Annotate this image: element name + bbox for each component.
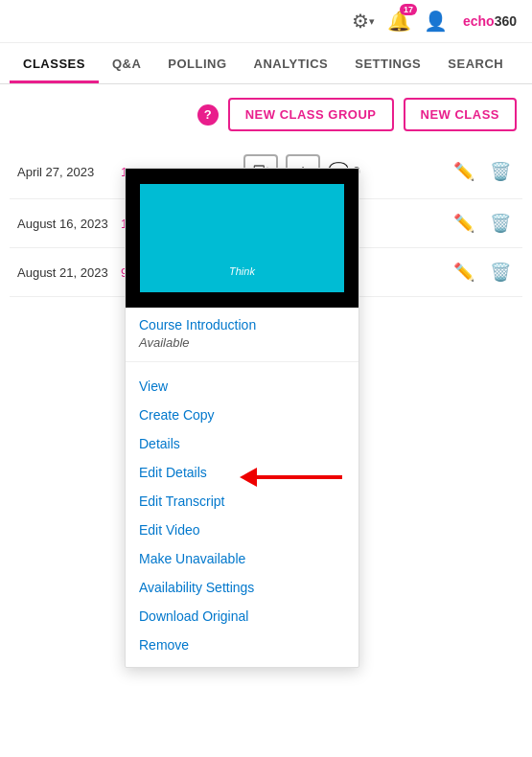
menu-item-remove[interactable]: Remove xyxy=(126,631,359,659)
menu-item-create-copy[interactable]: Create Copy xyxy=(126,401,359,429)
tab-search[interactable]: SEARCH xyxy=(434,43,517,83)
video-status: Available xyxy=(139,335,345,350)
video-info: Course Introduction Available xyxy=(126,308,359,354)
class-date: April 27, 2023 xyxy=(17,165,113,179)
delete-button[interactable]: 🗑️ xyxy=(486,157,515,186)
main-nav: CLASSES Q&A POLLING ANALYTICS SETTINGS S… xyxy=(0,43,532,84)
menu-item-details[interactable]: Details xyxy=(126,429,359,458)
edit-button[interactable]: ✏️ xyxy=(450,258,478,287)
menu-items-list: View Create Copy Details Edit Details Ed… xyxy=(126,370,359,667)
settings-icon[interactable]: ⚙ ▾ xyxy=(350,8,377,34)
delete-button[interactable]: 🗑️ xyxy=(486,209,515,238)
app-logo: echo360 xyxy=(463,13,517,29)
context-menu: Think Course Introduction Available View… xyxy=(125,168,359,668)
menu-item-view[interactable]: View xyxy=(126,372,359,401)
tab-analytics[interactable]: ANALYTICS xyxy=(241,43,342,83)
tab-polling[interactable]: POLLING xyxy=(154,43,240,83)
class-date: August 21, 2023 xyxy=(17,265,113,280)
class-date: August 16, 2023 xyxy=(17,217,113,231)
menu-item-edit-video[interactable]: Edit Video xyxy=(126,516,359,544)
menu-item-edit-transcript[interactable]: Edit Transcript xyxy=(126,487,359,516)
video-think-text: Think xyxy=(229,265,255,277)
menu-item-download-original[interactable]: Download Original xyxy=(126,602,359,631)
user-avatar-icon[interactable]: 👤 xyxy=(423,8,450,34)
tab-classes[interactable]: CLASSES xyxy=(10,43,99,83)
new-class-button[interactable]: NEW CLASS xyxy=(404,98,518,131)
notification-badge: 17 xyxy=(400,4,417,15)
menu-item-availability-settings[interactable]: Availability Settings xyxy=(126,573,359,602)
new-class-group-button[interactable]: NEW CLASS GROUP xyxy=(228,98,394,131)
edit-button[interactable]: ✏️ xyxy=(450,157,478,186)
menu-item-make-unavailable[interactable]: Make Unavailable xyxy=(126,544,359,573)
notifications-icon[interactable]: 🔔 17 xyxy=(386,8,413,34)
row-actions: ✏️ 🗑️ xyxy=(450,258,515,287)
edit-button[interactable]: ✏️ xyxy=(450,209,478,238)
tab-settings[interactable]: SETTINGS xyxy=(341,43,434,83)
app-header: ⚙ ▾ 🔔 17 👤 echo360 xyxy=(0,0,532,43)
row-actions: ✏️ 🗑️ xyxy=(450,157,515,186)
class-toolbar: ? NEW CLASS GROUP NEW CLASS xyxy=(0,84,532,145)
menu-divider xyxy=(126,361,359,362)
menu-item-edit-details[interactable]: Edit Details xyxy=(126,458,359,487)
row-actions: ✏️ 🗑️ xyxy=(450,209,515,238)
help-icon[interactable]: ? xyxy=(197,104,219,126)
video-thumbnail[interactable]: Think xyxy=(126,169,359,308)
video-title: Course Introduction xyxy=(139,317,345,333)
delete-button[interactable]: 🗑️ xyxy=(486,258,515,287)
video-screen: Think xyxy=(140,184,345,292)
tab-qa[interactable]: Q&A xyxy=(99,43,154,83)
